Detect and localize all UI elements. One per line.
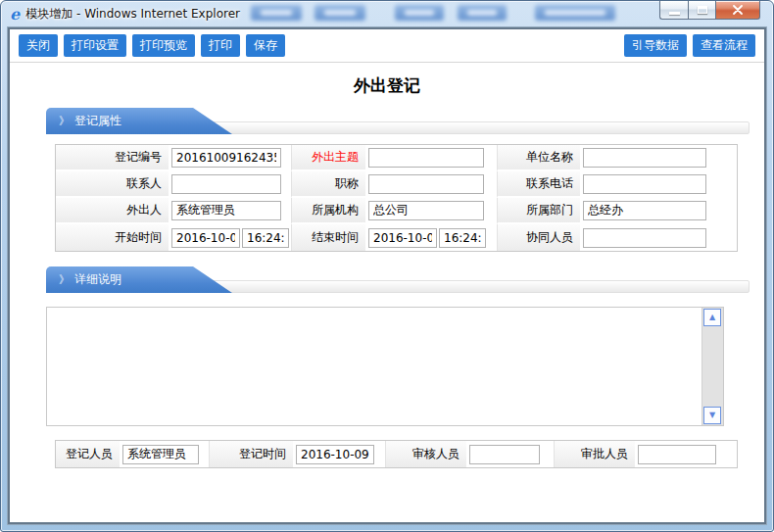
footer-form-table: 登记人员 登记时间 审核人员 审批人员	[55, 440, 738, 468]
field-label: 联系电话	[498, 171, 580, 198]
browser-window: e 模块增加 - Windows Internet Explorer 关闭 打印…	[0, 0, 774, 532]
reviewer-input[interactable]	[469, 445, 540, 464]
background-window-button	[251, 5, 302, 21]
close-window-button[interactable]	[716, 1, 760, 20]
end-time-input[interactable]	[439, 228, 486, 248]
department-input[interactable]	[583, 201, 706, 220]
registration-number-input[interactable]	[171, 148, 281, 168]
field-label: 登记时间	[210, 441, 293, 467]
background-window-button	[314, 5, 365, 21]
page-frame: 关闭 打印设置 打印预览 打印 保存 引导数据 查看流程 外出登记 》登记属性 …	[8, 27, 766, 524]
window-controls	[659, 1, 760, 20]
approver-input[interactable]	[638, 445, 716, 464]
field-label: 审批人员	[555, 441, 635, 467]
section-details-label: 详细说明	[74, 272, 121, 286]
form-row: 开始时间 结束时间 协同人员	[56, 224, 737, 251]
vertical-scrollbar[interactable]: ▲ ▼	[701, 308, 723, 425]
section-details-header: 》详细说明	[46, 266, 750, 293]
close-page-button[interactable]: 关闭	[19, 34, 58, 57]
print-button[interactable]: 打印	[201, 34, 240, 57]
unit-name-input[interactable]	[583, 148, 706, 168]
field-label: 登记编号	[56, 145, 169, 171]
chevron-icon: 》	[59, 273, 70, 286]
background-window-button	[458, 5, 507, 21]
contact-phone-input[interactable]	[583, 174, 706, 194]
field-label: 联系人	[56, 171, 169, 198]
end-date-input[interactable]	[368, 228, 437, 248]
start-date-input[interactable]	[171, 228, 240, 248]
details-textarea[interactable]	[47, 308, 701, 425]
scroll-up-button[interactable]: ▲	[703, 309, 721, 326]
field-label: 单位名称	[498, 145, 580, 171]
section-properties-label: 登记属性	[74, 114, 121, 127]
organization-input[interactable]	[368, 201, 484, 220]
title-bar[interactable]: e 模块增加 - Windows Internet Explorer	[1, 1, 773, 27]
internet-explorer-icon: e	[10, 7, 20, 23]
field-label: 外出人	[56, 198, 169, 224]
job-title-input[interactable]	[368, 174, 484, 194]
outing-subject-input[interactable]	[368, 148, 484, 168]
minimize-icon	[669, 12, 680, 15]
maximize-icon	[698, 6, 707, 14]
window-title: 模块增加 - Windows Internet Explorer	[25, 6, 240, 23]
background-window-button	[395, 5, 444, 21]
field-label-required: 外出主题	[292, 145, 365, 171]
details-description-box: ▲ ▼	[46, 307, 724, 426]
save-button[interactable]: 保存	[246, 34, 285, 57]
field-label: 登记人员	[56, 441, 120, 467]
section-properties-tab: 》登记属性	[46, 108, 232, 134]
form-row: 联系人 职称 联系电话	[56, 171, 737, 198]
minimize-button[interactable]	[659, 1, 688, 20]
print-setup-button[interactable]: 打印设置	[64, 34, 126, 57]
collaborators-input[interactable]	[583, 228, 706, 248]
form-row: 登记人员 登记时间 审核人员 审批人员	[56, 441, 737, 467]
contact-person-input[interactable]	[171, 174, 281, 194]
field-label: 审核人员	[386, 441, 466, 467]
registration-time-input[interactable]	[296, 445, 374, 464]
form-row: 外出人 所属机构 所属部门	[56, 198, 737, 224]
maximize-button[interactable]	[688, 1, 716, 20]
outing-person-input[interactable]	[171, 201, 281, 220]
view-workflow-button[interactable]: 查看流程	[693, 34, 755, 57]
field-label: 所属部门	[498, 198, 580, 224]
section-properties-header: 》登记属性	[46, 108, 750, 134]
background-window-button	[535, 5, 615, 21]
page-title: 外出登记	[10, 74, 764, 97]
registrant-input[interactable]	[122, 445, 199, 464]
section-details-tab: 》详细说明	[46, 266, 232, 293]
guide-data-button[interactable]: 引导数据	[624, 34, 687, 57]
field-label: 结束时间	[292, 224, 365, 251]
field-label: 所属机构	[292, 198, 365, 224]
field-label: 协同人员	[498, 224, 580, 251]
properties-form-table: 登记编号 外出主题 单位名称 联系人 职称 联系电话 外出人 所属机构	[55, 144, 738, 252]
toolbar: 关闭 打印设置 打印预览 打印 保存 引导数据 查看流程	[10, 29, 764, 63]
scroll-down-button[interactable]: ▼	[703, 407, 721, 424]
field-label: 职称	[292, 171, 365, 198]
form-row: 登记编号 外出主题 单位名称	[56, 145, 737, 171]
chevron-icon: 》	[59, 115, 70, 127]
close-icon	[732, 5, 744, 15]
start-time-input[interactable]	[242, 228, 289, 248]
field-label: 开始时间	[56, 224, 169, 251]
print-preview-button[interactable]: 打印预览	[132, 34, 195, 57]
